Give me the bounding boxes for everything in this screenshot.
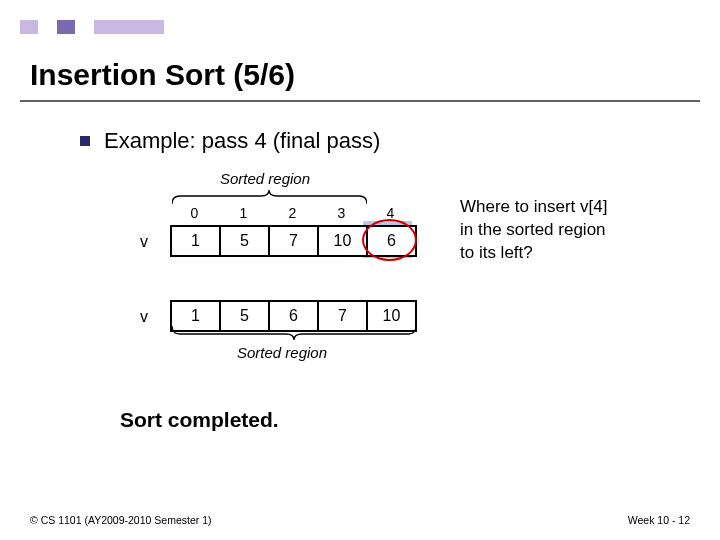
index-cell: 1 — [219, 205, 268, 221]
footer-page: Week 10 - 12 — [628, 514, 690, 526]
index-cell: 3 — [317, 205, 366, 221]
value-row: 1 5 7 10 6 — [170, 225, 417, 257]
callout-line: Where to insert v[4] — [460, 196, 607, 219]
value-cell: 5 — [221, 227, 270, 255]
index-cell: 4 — [366, 205, 415, 221]
array-label: v — [140, 308, 148, 326]
index-cell: 0 — [170, 205, 219, 221]
bullet-text: Example: pass 4 (final pass) — [104, 128, 380, 154]
footer-copyright: © CS 1101 (AY2009-2010 Semester 1) — [30, 514, 211, 526]
callout-line: in the sorted region — [460, 219, 607, 242]
bullet-icon — [80, 136, 90, 146]
sort-completed: Sort completed. — [120, 408, 279, 432]
insert-question: Where to insert v[4] in the sorted regio… — [460, 196, 607, 265]
array-label: v — [140, 233, 148, 251]
value-cell: 10 — [319, 227, 368, 255]
index-row: 0 1 2 3 4 — [170, 205, 415, 221]
sorted-region-label-top: Sorted region — [220, 170, 310, 187]
slide-title: Insertion Sort (5/6) — [30, 58, 295, 92]
sorted-region-label-bottom: Sorted region — [237, 344, 327, 361]
title-underline — [20, 100, 700, 102]
callout-line: to its left? — [460, 242, 607, 265]
brace-top-icon — [172, 190, 367, 204]
index-cell: 2 — [268, 205, 317, 221]
value-cell: 7 — [270, 227, 319, 255]
accent-bar — [20, 20, 164, 34]
bullet-row: Example: pass 4 (final pass) — [80, 128, 380, 154]
value-cell: 6 — [368, 227, 415, 255]
value-cell: 1 — [172, 227, 221, 255]
brace-bottom-icon — [172, 326, 416, 340]
